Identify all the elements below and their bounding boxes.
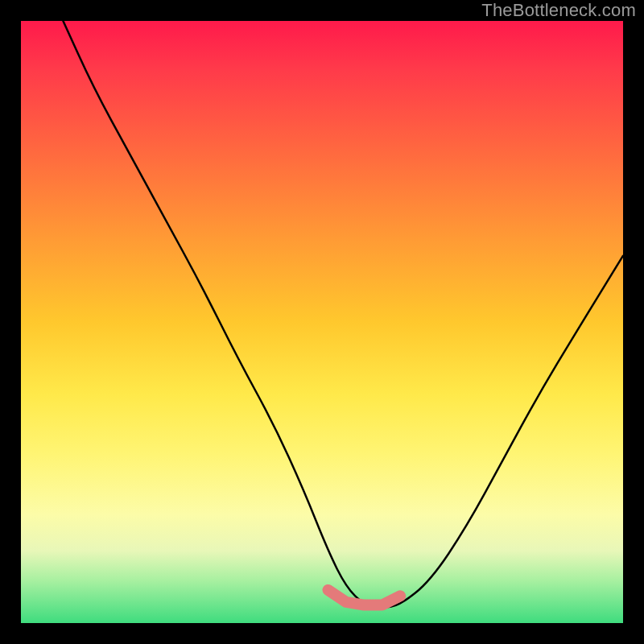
optimal-range-highlight	[328, 590, 401, 605]
chart-svg	[21, 21, 623, 623]
plot-area	[21, 21, 623, 623]
bottleneck-curve	[63, 21, 623, 607]
chart-frame: TheBottleneck.com	[0, 0, 644, 644]
watermark-text: TheBottleneck.com	[481, 0, 636, 21]
